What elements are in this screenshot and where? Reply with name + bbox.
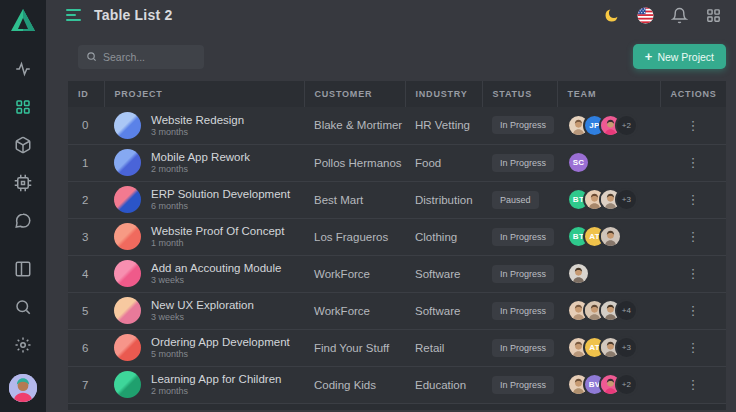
project-name[interactable]: ERP Solution Development <box>151 187 290 201</box>
sidebar <box>0 0 46 412</box>
user-avatar[interactable] <box>9 374 37 402</box>
notifications-button[interactable] <box>670 6 688 24</box>
project-name[interactable]: Learning App for Children <box>151 372 281 386</box>
col-header-id[interactable]: ID <box>68 81 104 107</box>
search-input[interactable] <box>103 51 196 63</box>
col-header-status[interactable]: STATUS <box>482 81 557 107</box>
menu-toggle-icon[interactable] <box>66 9 84 21</box>
table-header-row: ID PROJECT CUSTOMER INDUSTRY STATUS TEAM… <box>68 81 726 107</box>
team-extra-count[interactable]: +3 <box>615 188 638 211</box>
cell-customer: Find Your Stuff <box>304 329 405 366</box>
table-row[interactable]: 0Website Redesign3 monthsBlake & Mortime… <box>68 107 726 144</box>
cell-customer: Los Fragueros <box>304 218 405 255</box>
row-menu-button[interactable]: ⋮ <box>681 117 706 134</box>
col-header-team[interactable]: TEAM <box>557 81 660 107</box>
cell-team: BTAT <box>557 218 660 255</box>
sidebar-item-search[interactable] <box>13 297 33 317</box>
cell-project: Website Redesign3 months <box>104 107 304 144</box>
project-duration: 1 month <box>151 238 284 249</box>
cell-industry: HR Vetting <box>405 107 482 144</box>
apps-menu-button[interactable] <box>704 6 722 24</box>
cell-actions: ⋮ <box>660 292 726 329</box>
col-header-project[interactable]: PROJECT <box>104 81 304 107</box>
project-avatar-icon <box>114 112 141 139</box>
table-row[interactable]: 1Mobile App Rework2 monthsPollos Hermano… <box>68 144 726 181</box>
row-menu-button[interactable]: ⋮ <box>681 339 706 356</box>
cell-id: 1 <box>68 144 104 181</box>
team-extra-count[interactable]: +2 <box>615 373 638 396</box>
row-menu-button[interactable]: ⋮ <box>681 154 706 171</box>
row-menu-button[interactable]: ⋮ <box>681 265 706 282</box>
bell-icon <box>671 7 688 24</box>
table-row[interactable]: 6Ordering App Development5 monthsFind Yo… <box>68 329 726 366</box>
team-member-avatar[interactable] <box>599 225 622 248</box>
search-box[interactable] <box>78 45 204 69</box>
project-name[interactable]: Ordering App Development <box>151 335 290 349</box>
cell-project: Ordering App Development5 months <box>104 329 304 366</box>
cell-customer: WorkForce <box>304 292 405 329</box>
team-extra-count[interactable]: +2 <box>615 114 638 137</box>
dark-mode-toggle[interactable] <box>602 6 620 24</box>
sidebar-item-packages[interactable] <box>13 135 33 155</box>
team-avatar-stack: +4 <box>567 299 650 322</box>
cell-id: 6 <box>68 329 104 366</box>
team-avatar-stack: AT+3 <box>567 336 650 359</box>
cell-status: In Progress <box>482 366 557 403</box>
sidebar-item-dashboard[interactable] <box>13 97 33 117</box>
col-header-actions[interactable]: ACTIONS <box>660 81 726 107</box>
table-row[interactable]: 4Add an Accouting Module3 weeksWorkForce… <box>68 255 726 292</box>
project-name[interactable]: Mobile App Rework <box>151 150 250 164</box>
project-avatar-icon <box>114 334 141 361</box>
sidebar-item-chat[interactable] <box>13 211 33 231</box>
cell-customer: Blake & Mortimer <box>304 107 405 144</box>
sidebar-item-layout[interactable] <box>13 259 33 279</box>
cell-project: Learning App for Children2 months <box>104 366 304 403</box>
team-avatar-stack: JP+2 <box>567 114 650 137</box>
table-row[interactable]: 2ERP Solution Development6 monthsBest Ma… <box>68 181 726 218</box>
team-member-avatar[interactable] <box>567 262 590 285</box>
team-extra-count[interactable]: +4 <box>615 299 638 322</box>
table-toolbar: + New Project <box>46 30 736 69</box>
projects-table: ID PROJECT CUSTOMER INDUSTRY STATUS TEAM… <box>68 81 726 404</box>
sidebar-item-cpu[interactable] <box>13 173 33 193</box>
package-box-icon <box>14 136 32 154</box>
layout-columns-icon <box>14 260 32 278</box>
row-menu-button[interactable]: ⋮ <box>681 228 706 245</box>
cell-id: 4 <box>68 255 104 292</box>
project-name[interactable]: Add an Accouting Module <box>151 261 281 275</box>
row-menu-button[interactable]: ⋮ <box>681 376 706 393</box>
table-row[interactable]: 5New UX Exploration3 weeksWorkForceSoftw… <box>68 292 726 329</box>
sidebar-item-activity[interactable] <box>13 59 33 79</box>
project-name[interactable]: Website Proof Of Concept <box>151 224 284 238</box>
col-header-customer[interactable]: CUSTOMER <box>304 81 405 107</box>
app-logo-icon[interactable] <box>10 8 36 32</box>
moon-icon <box>603 7 620 24</box>
user-avatar-image <box>9 374 37 402</box>
sidebar-item-settings[interactable] <box>13 335 33 355</box>
cell-project: Add an Accouting Module3 weeks <box>104 255 304 292</box>
language-selector[interactable] <box>636 6 654 24</box>
cell-actions: ⋮ <box>660 255 726 292</box>
project-name[interactable]: Website Redesign <box>151 113 244 127</box>
row-menu-button[interactable]: ⋮ <box>681 302 706 319</box>
project-name[interactable]: New UX Exploration <box>151 298 254 312</box>
col-header-industry[interactable]: INDUSTRY <box>405 81 482 107</box>
status-badge: Paused <box>492 191 539 209</box>
topbar-actions <box>602 6 722 24</box>
cell-project: Mobile App Rework2 months <box>104 144 304 181</box>
table-row[interactable]: 7Learning App for Children2 monthsCoding… <box>68 366 726 403</box>
row-menu-button[interactable]: ⋮ <box>681 191 706 208</box>
team-member-avatar[interactable]: SC <box>567 151 590 174</box>
team-extra-count[interactable]: +3 <box>615 336 638 359</box>
cell-actions: ⋮ <box>660 218 726 255</box>
cell-team: BT+3 <box>557 181 660 218</box>
cell-customer: Coding Kids <box>304 366 405 403</box>
project-duration: 3 months <box>151 127 244 138</box>
table-row[interactable]: 3Website Proof Of Concept1 monthLos Frag… <box>68 218 726 255</box>
new-project-button[interactable]: + New Project <box>633 44 726 69</box>
cell-project: New UX Exploration3 weeks <box>104 292 304 329</box>
cell-id: 7 <box>68 366 104 403</box>
cell-status: Paused <box>482 181 557 218</box>
table-bottom-strip <box>68 404 726 410</box>
project-avatar-icon <box>114 149 141 176</box>
